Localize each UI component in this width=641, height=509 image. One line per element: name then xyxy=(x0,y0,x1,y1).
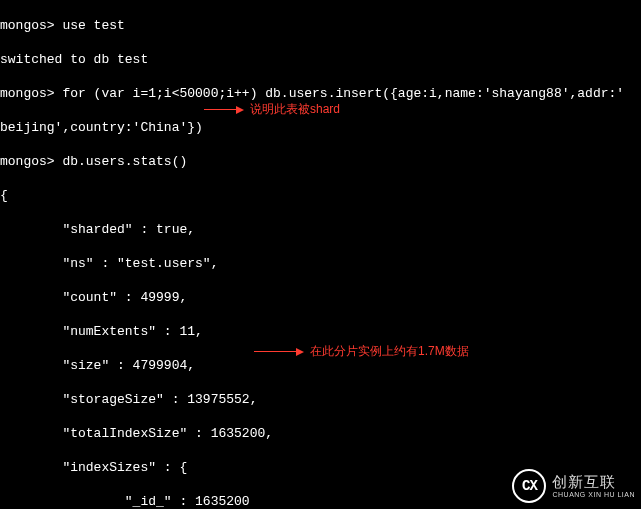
term-line: mongos> db.users.stats() xyxy=(0,153,641,170)
term-line: "totalIndexSize" : 1635200, xyxy=(0,425,641,442)
term-line: beijing',country:'China'}) xyxy=(0,119,641,136)
term-line: "storageSize" : 13975552, xyxy=(0,391,641,408)
term-line: "size" : 4799904, xyxy=(0,357,641,374)
watermark-cn: 创新互联 xyxy=(552,474,635,489)
term-line: "sharded" : true, xyxy=(0,221,641,238)
watermark: CX 创新互联 CHUANG XIN HU LIAN xyxy=(512,469,635,503)
term-line: "numExtents" : 11, xyxy=(0,323,641,340)
term-line: mongos> for (var i=1;i<50000;i++) db.use… xyxy=(0,85,641,102)
term-line: switched to db test xyxy=(0,51,641,68)
terminal-output: mongos> use test switched to db test mon… xyxy=(0,0,641,509)
watermark-text: 创新互联 CHUANG XIN HU LIAN xyxy=(552,474,635,498)
term-line: "count" : 49999, xyxy=(0,289,641,306)
watermark-badge-icon: CX xyxy=(512,469,546,503)
term-line: "ns" : "test.users", xyxy=(0,255,641,272)
term-line: { xyxy=(0,187,641,204)
watermark-en: CHUANG XIN HU LIAN xyxy=(552,491,635,498)
term-line: mongos> use test xyxy=(0,17,641,34)
